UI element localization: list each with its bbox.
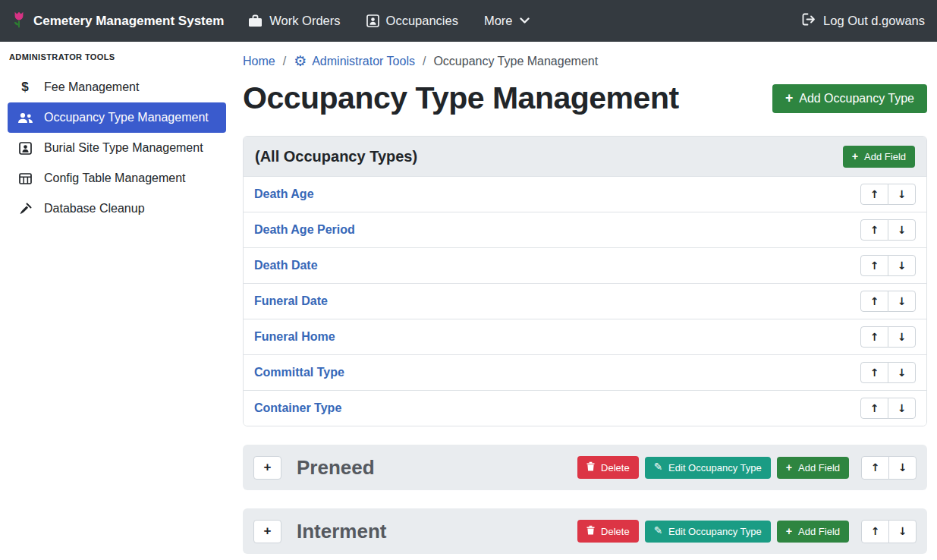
pencil-icon: ✎ [654, 462, 662, 473]
move-up-button[interactable]: ↑ [861, 520, 889, 543]
breadcrumb-separator: / [423, 55, 426, 68]
logout-label: Log Out d.gowans [823, 14, 925, 28]
move-up-button[interactable]: ↑ [860, 398, 888, 419]
move-down-button[interactable]: ↓ [888, 255, 916, 276]
arrow-down-icon: ↓ [898, 260, 907, 272]
arrow-up-icon: ↑ [870, 188, 879, 200]
nav-more-label: More [484, 14, 513, 28]
app-brand[interactable]: Cemetery Management System [12, 10, 224, 33]
add-field-button[interactable]: + Add Field [843, 146, 915, 168]
add-field-button[interactable]: + Add Field [777, 457, 849, 479]
app-title: Cemetery Management System [33, 14, 224, 29]
move-up-button[interactable]: ↑ [860, 219, 888, 241]
edit-occupancy-type-button[interactable]: ✎ Edit Occupancy Type [645, 521, 771, 543]
field-link[interactable]: Committal Type [254, 366, 344, 379]
add-field-button[interactable]: + Add Field [777, 521, 849, 543]
main-nav: Work Orders Occupancies More [248, 14, 529, 28]
move-down-button[interactable]: ↓ [888, 520, 917, 543]
arrow-down-icon: ↓ [898, 525, 907, 537]
sidebar-item-label: Occupancy Type Management [44, 111, 209, 124]
sidebar-item-fee-management[interactable]: $ Fee Management [8, 72, 226, 102]
reorder-group: ↑ ↓ [860, 291, 916, 312]
add-field-label: Add Field [864, 151, 906, 162]
edit-occupancy-type-button[interactable]: ✎ Edit Occupancy Type [645, 457, 771, 479]
sidebar-item-occupancy-type-management[interactable]: Occupancy Type Management [8, 102, 226, 133]
move-down-button[interactable]: ↓ [888, 326, 916, 348]
move-up-button[interactable]: ↑ [860, 255, 888, 276]
move-up-button[interactable]: ↑ [860, 184, 888, 205]
reorder-group: ↑ ↓ [860, 362, 916, 383]
field-row: Funeral Date ↑ ↓ [244, 283, 926, 319]
move-down-button[interactable]: ↓ [888, 291, 916, 312]
reorder-group: ↑ ↓ [860, 326, 916, 348]
field-link[interactable]: Funeral Date [254, 294, 328, 308]
arrow-up-icon: ↑ [870, 260, 879, 272]
field-link[interactable]: Funeral Home [254, 330, 335, 344]
arrow-up-icon: ↑ [870, 367, 879, 379]
all-occupancy-types-title: (All Occupancy Types) [255, 148, 417, 165]
work-orders-icon [248, 14, 263, 27]
edit-occupancy-type-label: Edit Occupancy Type [668, 462, 762, 473]
move-down-button[interactable]: ↓ [888, 184, 916, 205]
users-icon [17, 112, 33, 124]
move-down-button[interactable]: ↓ [888, 456, 917, 480]
breadcrumb-home-link[interactable]: Home [243, 55, 275, 68]
sidebar-item-database-cleanup[interactable]: Database Cleanup [8, 193, 226, 224]
logout-icon [802, 13, 816, 29]
gear-icon: ⚙ [294, 54, 307, 68]
trash-icon [586, 525, 595, 537]
field-link[interactable]: Death Age Period [254, 223, 355, 237]
expand-button[interactable]: + [253, 456, 281, 480]
arrow-down-icon: ↓ [898, 367, 907, 379]
breadcrumb-admin-tools-link[interactable]: ⚙ Administrator Tools [294, 54, 415, 68]
arrow-up-icon: ↑ [871, 525, 880, 537]
breadcrumb: Home / ⚙ Administrator Tools / Occupancy… [243, 51, 927, 68]
plus-icon: + [786, 462, 792, 473]
arrow-up-icon: ↑ [871, 461, 880, 473]
nav-occupancies-label: Occupancies [386, 14, 458, 28]
logout-button[interactable]: Log Out d.gowans [802, 13, 925, 29]
sidebar-item-label: Config Table Management [44, 171, 186, 185]
arrow-down-icon: ↓ [898, 224, 907, 236]
page-title: Occupancy Type Management [243, 80, 679, 116]
move-down-button[interactable]: ↓ [888, 219, 916, 241]
add-occupancy-type-label: Add Occupancy Type [799, 92, 914, 105]
field-link[interactable]: Container Type [254, 401, 341, 415]
reorder-group: ↑ ↓ [860, 219, 916, 241]
nav-occupancies[interactable]: Occupancies [366, 14, 458, 28]
expand-button[interactable]: + [253, 520, 281, 543]
field-row: Death Age Period ↑ ↓ [244, 212, 926, 247]
sidebar-item-burial-site-type-management[interactable]: Burial Site Type Management [8, 133, 226, 163]
arrow-down-icon: ↓ [898, 331, 907, 343]
sidebar-item-config-table-management[interactable]: Config Table Management [8, 163, 226, 193]
delete-button[interactable]: Delete [577, 520, 639, 543]
plus-icon: + [852, 151, 858, 162]
field-link[interactable]: Death Date [254, 259, 318, 272]
nav-more[interactable]: More [484, 14, 530, 28]
move-up-button[interactable]: ↑ [860, 291, 888, 312]
chevron-down-icon [520, 17, 530, 24]
delete-button[interactable]: Delete [577, 456, 639, 479]
arrow-down-icon: ↓ [898, 295, 907, 307]
broom-icon [17, 203, 33, 216]
nav-work-orders[interactable]: Work Orders [248, 14, 340, 28]
reorder-group: ↑ ↓ [860, 184, 916, 205]
field-row: Death Date ↑ ↓ [244, 247, 926, 283]
move-down-button[interactable]: ↓ [888, 398, 916, 419]
add-field-label: Add Field [798, 462, 840, 473]
add-occupancy-type-button[interactable]: + Add Occupancy Type [772, 84, 927, 113]
dollar-icon: $ [17, 80, 33, 95]
main-content: Home / ⚙ Administrator Tools / Occupancy… [234, 42, 937, 560]
top-navbar: Cemetery Management System Work Orders O… [0, 0, 937, 42]
sidebar-item-label: Burial Site Type Management [44, 141, 203, 155]
move-up-button[interactable]: ↑ [860, 326, 888, 348]
occupancies-icon [366, 14, 379, 27]
breadcrumb-admin-tools-label: Administrator Tools [312, 55, 415, 68]
trash-icon [586, 461, 595, 473]
move-up-button[interactable]: ↑ [861, 456, 889, 480]
move-up-button[interactable]: ↑ [860, 362, 888, 383]
occupancy-type-section-interment: + Interment Delete ✎ Edit Occupancy Type… [243, 508, 927, 554]
move-down-button[interactable]: ↓ [888, 362, 916, 383]
field-link[interactable]: Death Age [254, 187, 314, 201]
reorder-group: ↑ ↓ [860, 255, 916, 276]
